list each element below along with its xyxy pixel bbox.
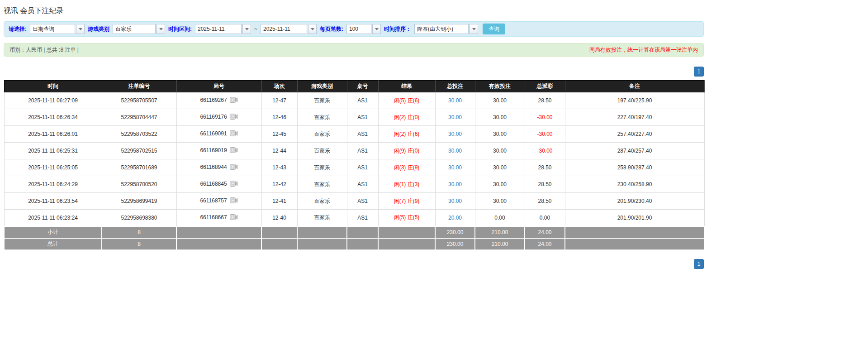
result-player: 闲(7)	[394, 198, 406, 204]
pagination-page-button[interactable]: 1	[694, 67, 704, 77]
result-player: 闲(9)	[394, 148, 406, 154]
video-replay-icon[interactable]	[230, 97, 238, 104]
total-bet-link[interactable]: 30.00	[448, 198, 462, 204]
total-bet-link[interactable]: 30.00	[448, 164, 462, 171]
game-type-input[interactable]	[113, 24, 156, 34]
result-banker: 庄(6)	[408, 131, 420, 137]
total-bet-link[interactable]: 30.00	[448, 97, 462, 104]
column-header: 有效投注	[475, 81, 525, 92]
video-replay-icon[interactable]	[230, 130, 238, 138]
total-bet-cell: 30.00	[435, 176, 475, 193]
empty-cell	[378, 226, 435, 238]
select-mode-input[interactable]	[30, 24, 75, 34]
date-to-dropdown-button[interactable]	[308, 24, 317, 34]
total-bet-cell: 30.00	[435, 193, 475, 210]
video-replay-icon[interactable]	[230, 197, 238, 205]
page-size-combo	[346, 24, 381, 34]
search-button[interactable]: 查询	[483, 24, 505, 34]
sort-order-combo	[414, 24, 478, 34]
valid-bet-cell: 0.00	[475, 210, 525, 226]
table-id-cell: AS1	[347, 92, 378, 109]
session-cell: 12-47	[261, 92, 297, 109]
pagination-page-button[interactable]: 1	[694, 259, 704, 269]
total-bet-link[interactable]: 30.00	[448, 131, 462, 137]
result-cell: 闲(9) 庄(0)	[378, 143, 435, 159]
select-mode-combo	[30, 24, 85, 34]
pagination-top: 1	[4, 67, 704, 77]
video-replay-icon[interactable]	[230, 214, 238, 221]
session-cell: 12-42	[261, 176, 297, 193]
payout-cell: 28.50	[525, 159, 565, 176]
table-row: 2025-11-11 06:26:01522958703522661169091…	[4, 126, 704, 143]
time-range-label: 时间区间:	[168, 25, 192, 33]
bet-records-table: 时间注单编号局号场次游戏类别桌号结果总投注有效投注总派彩备注 2025-11-1…	[4, 80, 705, 250]
bet-id-cell: 522958701689	[102, 159, 176, 176]
empty-cell	[261, 226, 297, 238]
summary-bar: 币别：人民币 | 总共 :8 注单 | 同局有效投注，统一计算在该局第一张注单内	[4, 43, 704, 57]
subtotal-label: 小计	[4, 226, 102, 238]
video-replay-icon[interactable]	[230, 114, 238, 121]
video-replay-icon[interactable]	[230, 147, 238, 154]
bet-id-cell: 522958704447	[102, 109, 176, 126]
time-cell: 2025-11-11 06:26:01	[4, 126, 102, 143]
total-bet-link[interactable]: 30.00	[448, 114, 462, 120]
result-banker: 庄(9)	[408, 198, 420, 204]
page-size-input[interactable]	[346, 24, 371, 34]
pagination-bottom: 1	[4, 259, 704, 269]
table-id-cell: AS1	[347, 126, 378, 143]
subtotal-count: 8	[102, 226, 176, 238]
table-id-cell: AS1	[347, 159, 378, 176]
empty-cell	[378, 238, 435, 250]
result-player: 闲(5)	[394, 97, 406, 104]
empty-cell	[347, 238, 378, 250]
total-bet-cell: 30.00	[435, 159, 475, 176]
empty-cell	[261, 238, 297, 250]
subtotal-valid-bet: 210.00	[475, 226, 525, 238]
column-header: 桌号	[347, 81, 378, 92]
page-size-dropdown-button[interactable]	[372, 24, 381, 34]
total-bet-link[interactable]: 30.00	[448, 148, 462, 154]
table-row: 2025-11-11 06:24:29522958700520661168845…	[4, 176, 704, 193]
total-valid-bet: 210.00	[475, 238, 525, 250]
result-banker: 庄(3)	[408, 181, 420, 187]
valid-bet-cell: 30.00	[475, 159, 525, 176]
chevron-down-icon	[375, 28, 379, 32]
round-cell: 661169091	[176, 126, 261, 143]
chevron-down-icon	[245, 28, 249, 32]
page-size-label: 每页笔数:	[320, 25, 343, 33]
total-bet-link[interactable]: 20.00	[448, 215, 462, 221]
table-body: 2025-11-11 06:27:09522958705507661169267…	[4, 92, 704, 226]
result-banker: 庄(6)	[408, 97, 420, 104]
bet-id-cell: 522958698380	[102, 210, 176, 226]
game-type-cell: 百家乐	[297, 109, 347, 126]
sort-order-dropdown-button[interactable]	[470, 24, 478, 34]
video-replay-icon[interactable]	[230, 181, 238, 188]
table-row: 2025-11-11 06:23:24522958698380661168667…	[4, 210, 704, 226]
chevron-down-icon	[311, 28, 314, 32]
empty-cell	[565, 226, 704, 238]
round-id: 661168667	[200, 214, 227, 221]
date-to-input[interactable]	[261, 24, 307, 34]
session-cell: 12-41	[261, 193, 297, 210]
subtotal-total-bet: 230.00	[435, 226, 475, 238]
currency-summary-text: 币别：人民币 | 总共 :8 注单 |	[9, 46, 79, 54]
note-cell: 197.40/225.90	[565, 92, 704, 109]
total-bet-link[interactable]: 30.00	[448, 181, 462, 187]
date-from-dropdown-button[interactable]	[242, 24, 251, 34]
note-cell: 201.90/201.90	[565, 210, 704, 226]
date-from-input[interactable]	[195, 24, 242, 34]
sort-order-input[interactable]	[414, 24, 469, 34]
empty-cell	[176, 226, 261, 238]
round-cell: 661168845	[176, 176, 261, 193]
column-header: 注单编号	[102, 81, 176, 92]
game-type-dropdown-button[interactable]	[157, 24, 165, 34]
column-header: 备注	[565, 81, 704, 92]
sort-order-label: 时间排序：	[384, 25, 411, 33]
result-player: 闲(5)	[394, 214, 406, 221]
valid-bet-cell: 30.00	[475, 109, 525, 126]
video-replay-icon[interactable]	[230, 164, 238, 171]
round-id: 661168944	[200, 164, 227, 170]
table-row: 2025-11-11 06:26:34522958704447661169176…	[4, 109, 704, 126]
select-mode-dropdown-button[interactable]	[76, 24, 85, 34]
result-banker: 庄(0)	[408, 148, 420, 154]
